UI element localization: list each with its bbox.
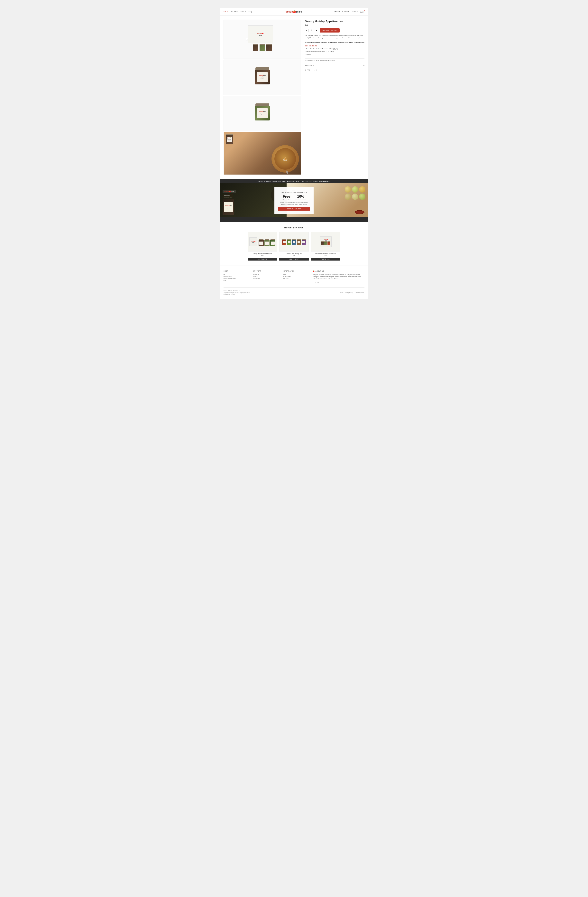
footer-info-title: INFORMATION [283,270,309,272]
footer-bottom: ©2022 TOMATO BLISS LLC All prices displa… [223,287,365,295]
footer-shop-oven[interactable]: Oven-Roasted [223,276,249,277]
box-contents-title: BOX CONTENTS [305,45,365,47]
quantity-increase-button[interactable]: + [315,29,318,32]
product-card-price-1: $32 [247,255,277,256]
d-jar-1 [321,241,324,245]
product-card-title-2: Colorful-Mix Tasting Trio [279,253,309,255]
footer-support-shipping[interactable]: Shipping [253,274,279,275]
footer-shop-title: SHOP [223,270,249,272]
benefit-free: Free To join at any time [282,195,291,200]
quantity-decrease-button[interactable]: − [305,29,309,32]
product-card-price-2: $15 [279,255,309,256]
holiday-box-scene: Tomato🍅Bliss [247,236,277,248]
products-grid: Tomato🍅Bliss [223,232,365,260]
nav-faq[interactable]: FAQ [249,11,252,12]
facebook-icon[interactable]: f [312,69,312,71]
add-to-cart-button-1[interactable]: ADD TO CART [247,257,277,260]
colorful-jars-scene [281,237,307,246]
accordion-section: INGREDIENTS AND NUTRITIONAL FACTS + REVI… [305,58,365,72]
product-price: $32 [305,24,365,26]
footer-bottom-links: Terms & Privacy Policy Design by Swell. [340,292,365,293]
product-info: Savory Holiday Appetizer box $32 − 1 + U… [301,20,365,175]
recently-viewed-section: Recently viewed Tomato🍅Bliss [220,222,368,265]
free-value: Free [282,195,291,198]
d-jars-group [321,241,330,245]
become-member-button[interactable]: BECOME A MEMBER [278,207,310,211]
product-card-image-2 [279,232,309,251]
oven-roasted-jar: Tomato🍅Bliss Oven-RoastedHeirloomTomatoe… [255,67,270,87]
about-title-text: ABOUT US [316,270,324,272]
ingredients-label: INGREDIENTS AND NUTRITIONAL FACTS [305,60,336,61]
product-image-jar2[interactable]: Tomato🍅Bliss HeirloomTomato SalsaVerde [223,96,301,131]
footer-info-membership[interactable]: Membership [283,276,309,277]
footer-info-blog[interactable]: Blog [283,274,309,275]
nav-cart[interactable]: CART [360,11,365,13]
site-footer: SHOP All Oven-Roasted Fresh Salsa & Pest… [220,265,368,299]
footer-instagram-icon[interactable]: ○ [315,282,316,283]
footer-pinterest-icon[interactable]: P [318,282,319,283]
footer-shop-col: SHOP All Oven-Roasted Fresh Salsa & Pest… [223,270,249,284]
footer-social-links: f ○ P [313,282,365,283]
add-to-cart-button-3[interactable]: ADD TO CART [311,257,341,260]
content-item-2: • Heirloom Tomato Salsa Verde 11 oz (Qty… [305,51,365,53]
footer-facebook-icon[interactable]: f [313,282,313,283]
accordion-ingredients[interactable]: INGREDIENTS AND NUTRITIONAL FACTS + [305,58,365,63]
product-image-jar1[interactable]: Tomato🍅Bliss Oven-RoastedHeirloomTomatoe… [223,60,301,95]
footer-terms-link[interactable]: Terms & Privacy Policy [340,292,353,293]
footer-support-contact[interactable]: Contact us [253,278,279,279]
accordion-plus-icon-2: + [363,64,365,67]
product-highlight: Arrives in a Bliss Box. Elegantly wrappe… [305,41,365,43]
footer-about-text: We grow hundreds of varieties of heirloo… [313,274,365,280]
nav-account[interactable]: ACCOUNT [342,11,350,12]
product-card-title-3: Farm-Grown Family Dinner Box [311,253,341,255]
site-logo[interactable]: Tomato🍅Bliss [284,10,302,13]
footer-shop-salsa[interactable]: Fresh Salsa & Pesto [223,278,249,279]
food-plate-illustration: Tomato🍅Bliss Oven-RoastedHeirloomTomatoe… [224,132,301,175]
d-box-title-text: Tomato🍅Bliss [324,239,327,241]
cart-container[interactable]: CART 4 [360,11,365,13]
membership-banner: NEW! WE'RE PROUD TO PRESENT THAT STARTIN… [220,179,368,222]
nav-latest[interactable]: LATEST [334,11,340,12]
product-card-3: Tomato🍅Bliss Farm-Grown Family Dinner Bo… [311,232,341,260]
cart-badge: 4 [363,10,365,11]
logo-tomato: Tomato [284,10,293,13]
banner-benefits: Free To join at any time 10% Discount on… [278,195,310,200]
banner-announcement: NEW! WE'RE PROUD TO PRESENT THAT STARTIN… [220,181,368,182]
logo-leaf-icon: 🍅 [293,10,296,13]
banner-description: Become a Tomato Bliss member and get exc… [278,201,310,205]
add-to-cart-button[interactable]: UPDATE TO CART [320,28,340,32]
box-illustration: Tomato🍅Bliss [247,26,277,53]
instagram-icon[interactable]: ○ [314,69,315,71]
product-image-main[interactable]: ‹ Tomato🍅Bliss [223,20,301,59]
add-to-cart-button-2[interactable]: ADD TO CART [279,257,309,260]
footer-shop-gifts[interactable]: Gifts [223,280,249,281]
d-jar-3 [327,241,330,245]
quantity-value: 1 [310,29,313,32]
content-item-1: • Oven-Roasted Heirloom Tomatoes 8.1 oz … [305,47,365,51]
header-right-nav: LATEST ACCOUNT SEARCH CART 4 [334,11,365,13]
footer-design-link[interactable]: Design by Swell. [355,292,365,293]
discount-value: 10% [295,195,306,198]
footer-info-col: INFORMATION Blog Membership Stockists [283,270,309,284]
powered-text: Powered by Shopify. [223,294,250,295]
nav-shop[interactable]: SHOP [223,11,228,12]
content-item-3: • Recipes [305,53,365,56]
reviews-label: REVIEWS (2) [305,65,315,66]
nav-about[interactable]: ABOUT [240,11,246,12]
product-card-1: Tomato🍅Bliss [247,232,277,260]
footer-shop-all[interactable]: All [223,274,249,275]
product-image-food[interactable]: Tomato🍅Bliss Oven-RoastedHeirloomTomatoe… [223,132,301,175]
nav-recipes[interactable]: RECIPES [231,11,238,12]
product-images: ‹ Tomato🍅Bliss [223,20,301,175]
accordion-reviews[interactable]: REVIEWS (2) + [305,63,365,68]
discount-desc: Discount on products [295,198,306,200]
pinterest-icon[interactable]: P [316,69,317,71]
footer-info-stockists[interactable]: Stockists [283,278,309,279]
footer-support-returns[interactable]: Returns [253,276,279,277]
share-row: SHARE f ○ P [305,68,365,72]
nav-search[interactable]: SEARCH [352,11,358,12]
box-contents-list: • Oven-Roasted Heirloom Tomatoes 8.1 oz … [305,47,365,56]
dinner-box-scene: Tomato🍅Bliss [318,235,333,249]
product-card-2: Colorful-Mix Tasting Trio $15 ADD TO CAR… [279,232,309,260]
benefit-discount: 10% Discount on products [295,195,306,200]
